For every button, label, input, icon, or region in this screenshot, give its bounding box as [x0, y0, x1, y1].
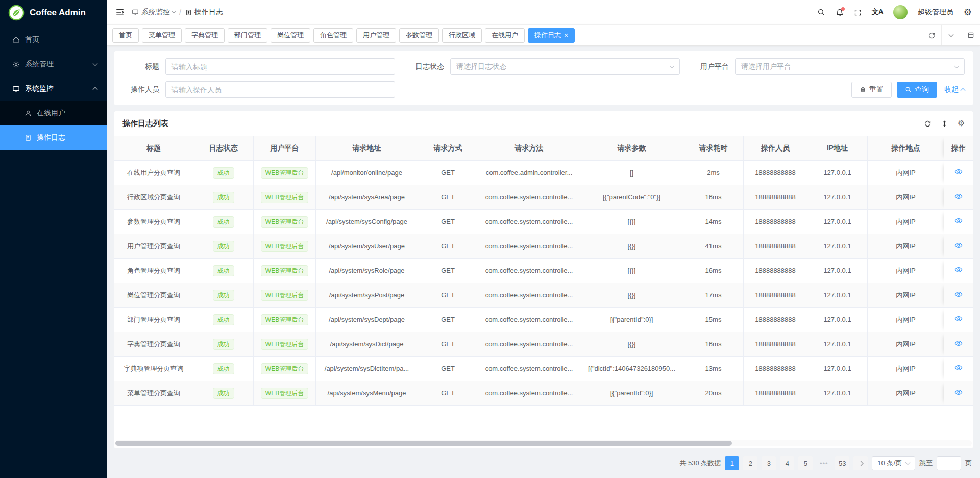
view-detail-eye-icon[interactable]: [954, 266, 963, 274]
cell-method: GET: [418, 283, 478, 308]
cell-status: 成功: [193, 161, 254, 185]
sidebar-item-home[interactable]: 首页: [0, 28, 107, 52]
cell-title: 参数管理分页查询: [114, 210, 193, 234]
cell-operator: 18888888888: [744, 185, 807, 210]
cell-location: 内网IP: [868, 357, 944, 381]
search-icon[interactable]: [817, 8, 825, 16]
cell-actions: [944, 308, 973, 332]
cell-params: [{"parentId":0}]: [580, 308, 683, 332]
cell-location: 内网IP: [868, 210, 944, 234]
status-tag: 成功: [213, 314, 234, 325]
page-button-2[interactable]: 2: [743, 456, 757, 470]
tab-用户管理[interactable]: 用户管理: [356, 28, 396, 43]
scrollbar-thumb[interactable]: [115, 441, 732, 446]
view-detail-eye-icon[interactable]: [954, 168, 963, 176]
tab-首页[interactable]: 首页: [112, 28, 139, 43]
column-settings-icon[interactable]: ⚙: [958, 119, 965, 128]
tab-在线用户[interactable]: 在线用户: [485, 28, 525, 43]
tab-菜单管理[interactable]: 菜单管理: [142, 28, 182, 43]
monitor-icon: [12, 85, 20, 93]
tab-部门管理[interactable]: 部门管理: [228, 28, 267, 43]
cell-platform: WEB管理后台: [254, 161, 316, 185]
title-filter-label: 标题: [122, 62, 159, 71]
tab-岗位管理[interactable]: 岗位管理: [271, 28, 310, 43]
sidebar-item-online-users[interactable]: 在线用户: [0, 101, 107, 125]
page-button-5[interactable]: 5: [798, 456, 813, 470]
trash-icon: [860, 86, 866, 93]
cell-handler: com.coffee.system.controlle...: [478, 283, 580, 308]
sidebar-item-system-management[interactable]: 系统管理: [0, 52, 107, 77]
view-detail-eye-icon[interactable]: [954, 241, 963, 249]
page-button-1[interactable]: 1: [725, 456, 739, 470]
cell-handler: com.coffee.system.controlle...: [478, 357, 580, 381]
view-detail-eye-icon[interactable]: [954, 192, 963, 200]
tab-字典管理[interactable]: 字典管理: [185, 28, 225, 43]
cell-title: 用户管理分页查询: [114, 234, 193, 259]
user-avatar[interactable]: [893, 5, 908, 19]
sidebar-item-operation-log[interactable]: 操作日志: [0, 125, 107, 150]
cell-status: 成功: [193, 259, 254, 283]
page-size-select[interactable]: 10 条/页: [872, 456, 915, 470]
page-button-3[interactable]: 3: [762, 456, 776, 470]
view-detail-eye-icon[interactable]: [954, 315, 963, 323]
cell-ip: 127.0.0.1: [807, 357, 868, 381]
cell-url: /api/system/sysConfig/page: [316, 210, 418, 234]
home-icon: [12, 36, 20, 44]
breadcrumb-current-label: 操作日志: [194, 8, 223, 17]
tab-label: 用户管理: [363, 31, 389, 40]
tab-操作日志[interactable]: 操作日志×: [528, 28, 575, 43]
refresh-table-icon[interactable]: [924, 120, 932, 128]
log-icon: [185, 9, 192, 16]
tab-角色管理[interactable]: 角色管理: [313, 28, 353, 43]
page-button-4[interactable]: 4: [780, 456, 794, 470]
breadcrumb-parent[interactable]: 系统监控: [132, 8, 175, 17]
notification-bell-icon[interactable]: [836, 8, 844, 16]
cell-location: 内网IP: [868, 332, 944, 357]
reset-button-label: 重置: [869, 85, 884, 94]
view-detail-eye-icon[interactable]: [954, 290, 963, 298]
density-icon[interactable]: [941, 120, 948, 128]
fullscreen-icon[interactable]: [854, 9, 862, 16]
refresh-tab-icon[interactable]: [922, 25, 941, 45]
cell-status: 成功: [193, 332, 254, 357]
view-detail-eye-icon[interactable]: [954, 364, 963, 372]
tab-参数管理[interactable]: 参数管理: [399, 28, 439, 43]
view-detail-eye-icon[interactable]: [954, 388, 963, 396]
operator-input[interactable]: [165, 81, 395, 98]
username-label[interactable]: 超级管理员: [918, 8, 953, 17]
view-detail-eye-icon[interactable]: [954, 217, 963, 225]
query-button[interactable]: 查询: [897, 82, 937, 98]
next-page-button[interactable]: [853, 456, 868, 470]
submenu-system-monitor: 在线用户 操作日志: [0, 101, 107, 150]
menu-fold-icon[interactable]: [115, 8, 125, 17]
cell-platform: WEB管理后台: [254, 283, 316, 308]
cell-platform: WEB管理后台: [254, 357, 316, 381]
topbar-actions: 文A 超级管理员 ⚙: [817, 5, 972, 19]
menu-label: 系统监控: [25, 84, 54, 93]
sidebar-item-system-monitor[interactable]: 系统监控: [0, 77, 107, 101]
cell-ip: 127.0.0.1: [807, 234, 868, 259]
cell-operator: 18888888888: [744, 161, 807, 185]
content-fullscreen-icon[interactable]: [961, 25, 980, 45]
cell-method: GET: [418, 210, 478, 234]
view-detail-eye-icon[interactable]: [954, 339, 963, 347]
title-input[interactable]: [165, 58, 395, 75]
horizontal-scrollbar[interactable]: [115, 440, 972, 446]
breadcrumb-current: 操作日志: [185, 8, 223, 17]
app-logo[interactable]: Coffee Admin: [0, 0, 107, 26]
platform-select[interactable]: 请选择用户平台: [735, 58, 965, 75]
language-switch-icon[interactable]: 文A: [872, 8, 883, 17]
tab-行政区域[interactable]: 行政区域: [442, 28, 482, 43]
collapse-filter-button[interactable]: 收起: [944, 85, 965, 94]
log-status-select[interactable]: 请选择日志状态: [450, 58, 680, 75]
log-status-filter-label: 日志状态: [407, 62, 444, 71]
tab-options-chevron-icon[interactable]: [941, 25, 961, 45]
tab-close-icon[interactable]: ×: [564, 32, 568, 39]
jump-page-input[interactable]: [937, 456, 961, 470]
settings-gear-icon[interactable]: ⚙: [964, 8, 972, 17]
reset-button[interactable]: 重置: [851, 82, 892, 98]
platform-filter-label: 用户平台: [692, 62, 729, 71]
page-button-53[interactable]: 53: [835, 456, 849, 470]
cell-actions: [944, 283, 973, 308]
status-tag: 成功: [213, 265, 234, 276]
